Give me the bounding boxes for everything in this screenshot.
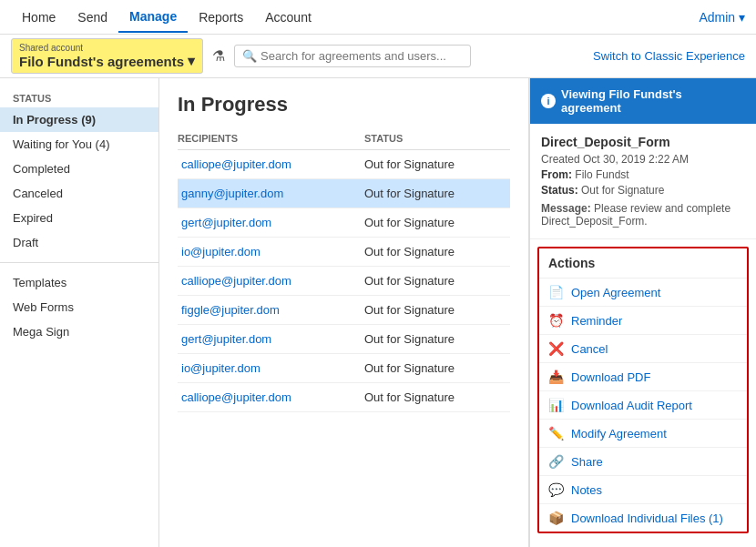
table-row[interactable]: io@jupiter.dom Out for Signature (178, 354, 510, 383)
actions-list: 📄 Open Agreement ⏰ Reminder ❌ Cancel 📥 D… (539, 279, 747, 532)
agreement-info: Direct_Deposit_Form Created Oct 30, 2019… (530, 124, 756, 239)
table-row[interactable]: io@jupiter.dom Out for Signature (178, 238, 510, 267)
switch-link[interactable]: Switch to Classic Experience (593, 49, 745, 63)
sidebar-item-draft[interactable]: Draft (0, 230, 158, 255)
status-cell: Out for Signature (364, 274, 510, 288)
sidebar-item-mega-sign[interactable]: Mega Sign (0, 319, 158, 344)
nav-item-account[interactable]: Account (254, 3, 322, 32)
recipient-cell: io@jupiter.dom (178, 361, 364, 375)
action-icon: 📄 (548, 285, 564, 299)
chevron-down-icon: ▾ (188, 53, 195, 69)
viewing-label: Viewing Filo Fundst's agreement (561, 87, 745, 115)
sidebar-item-waiting[interactable]: Waiting for You (4) (0, 132, 158, 157)
nav-item-reports[interactable]: Reports (188, 3, 254, 32)
sidebar-item-in-progress[interactable]: In Progress (9) (0, 107, 158, 132)
action-label: Cancel (571, 342, 608, 356)
main-layout: STATUS In Progress (9) Waiting for You (… (0, 78, 756, 547)
action-item-modify-agreement[interactable]: ✏️ Modify Agreement (539, 420, 747, 448)
top-nav: Home Send Manage Reports Account Admin ▾ (0, 0, 756, 35)
table-row[interactable]: calliope@jupiter.dom Out for Signature (178, 383, 510, 412)
action-label: Download Individual Files (1) (571, 512, 723, 525)
agreement-name: Direct_Deposit_Form (541, 135, 745, 149)
sidebar-item-templates[interactable]: Templates (0, 270, 158, 295)
recipient-cell: io@jupiter.dom (178, 245, 364, 258)
agreement-message: Message: Please review and complete Dire… (541, 202, 745, 228)
admin-menu[interactable]: Admin ▾ (699, 10, 745, 25)
table-row[interactable]: calliope@jupiter.dom Out for Signature (178, 267, 510, 296)
action-icon: 💬 (548, 482, 564, 497)
action-label: Download Audit Report (571, 399, 692, 412)
search-icon: 🔍 (242, 49, 257, 63)
table-row[interactable]: calliope@jupiter.dom Out for Signature (178, 150, 510, 179)
sub-header: Shared account Filo Fundst's agreements … (0, 35, 756, 78)
action-item-notes[interactable]: 💬 Notes (539, 476, 747, 504)
action-icon: ⏰ (548, 313, 564, 328)
col-recipients: RECIPIENTS (178, 133, 364, 144)
sidebar-item-web-forms[interactable]: Web Forms (0, 295, 158, 319)
action-item-download-audit-report[interactable]: 📊 Download Audit Report (539, 391, 747, 420)
recipient-cell: figgle@jupiter.dom (178, 303, 364, 317)
sidebar-item-canceled[interactable]: Canceled (0, 181, 158, 206)
recipient-cell: calliope@jupiter.dom (178, 390, 364, 404)
status-cell: Out for Signature (364, 390, 510, 404)
action-item-cancel[interactable]: ❌ Cancel (539, 335, 747, 363)
status-cell: Out for Signature (364, 245, 510, 258)
action-label: Share (571, 455, 603, 469)
account-selector[interactable]: Shared account Filo Fundst's agreements … (11, 38, 203, 74)
content-area: In Progress RECIPIENTS STATUS calliope@j… (159, 78, 528, 547)
agreement-created: Created Oct 30, 2019 2:22 AM (541, 153, 745, 166)
nav-item-manage[interactable]: Manage (118, 2, 188, 33)
sidebar-item-completed[interactable]: Completed (0, 157, 158, 181)
filter-icon[interactable]: ⚗ (212, 47, 225, 65)
action-icon: ❌ (548, 341, 564, 356)
action-icon: 📦 (548, 511, 564, 525)
right-panel: i Viewing Filo Fundst's agreement Direct… (528, 78, 756, 547)
sidebar-item-expired[interactable]: Expired (0, 206, 158, 230)
action-item-open-agreement[interactable]: 📄 Open Agreement (539, 279, 747, 307)
action-icon: 🔗 (548, 454, 564, 469)
status-cell: Out for Signature (364, 332, 510, 346)
action-item-download-pdf[interactable]: 📥 Download PDF (539, 363, 747, 391)
actions-section: Actions 📄 Open Agreement ⏰ Reminder ❌ Ca… (537, 247, 749, 533)
recipient-cell: calliope@jupiter.dom (178, 157, 364, 171)
status-cell: Out for Signature (364, 216, 510, 229)
status-cell: Out for Signature (364, 303, 510, 317)
action-label: Notes (571, 483, 602, 497)
status-heading: STATUS (0, 89, 158, 107)
status-cell: Out for Signature (364, 361, 510, 375)
nav-item-send[interactable]: Send (66, 3, 118, 32)
recipient-cell: calliope@jupiter.dom (178, 274, 364, 288)
status-cell: Out for Signature (364, 157, 510, 171)
page-title: In Progress (178, 93, 510, 116)
table-header: RECIPIENTS STATUS (178, 129, 510, 150)
search-input[interactable] (261, 49, 463, 63)
action-icon: 📥 (548, 370, 564, 384)
action-label: Open Agreement (571, 286, 660, 299)
action-item-reminder[interactable]: ⏰ Reminder (539, 307, 747, 335)
nav-item-home[interactable]: Home (11, 3, 66, 32)
search-box: 🔍 (234, 45, 471, 67)
table-row[interactable]: gert@jupiter.dom Out for Signature (178, 208, 510, 238)
table-row[interactable]: ganny@jupiter.dom Out for Signature (178, 179, 510, 208)
shared-account-label: Shared account (19, 43, 195, 53)
action-item-share[interactable]: 🔗 Share (539, 448, 747, 476)
action-item-download-individual-files-(1)[interactable]: 📦 Download Individual Files (1) (539, 504, 747, 532)
account-name: Filo Fundst's agreements ▾ (19, 53, 195, 69)
agreement-from: From: Filo Fundst (541, 168, 745, 181)
recipient-cell: gert@jupiter.dom (178, 332, 364, 346)
action-icon: ✏️ (548, 426, 564, 441)
recipient-cell: ganny@jupiter.dom (178, 187, 364, 200)
action-label: Modify Agreement (571, 427, 667, 441)
see-less-link[interactable]: See less (530, 541, 756, 547)
action-label: Download PDF (571, 370, 650, 384)
sidebar-divider (0, 262, 158, 263)
agreement-status: Status: Out for Signature (541, 184, 745, 197)
table-row[interactable]: figgle@jupiter.dom Out for Signature (178, 296, 510, 325)
table-body: calliope@jupiter.dom Out for Signature g… (178, 150, 510, 412)
right-panel-header: i Viewing Filo Fundst's agreement (530, 78, 756, 124)
col-status: STATUS (364, 133, 510, 144)
sidebar: STATUS In Progress (9) Waiting for You (… (0, 78, 159, 547)
action-icon: 📊 (548, 398, 564, 412)
table-row[interactable]: gert@jupiter.dom Out for Signature (178, 325, 510, 354)
info-icon: i (541, 94, 556, 108)
